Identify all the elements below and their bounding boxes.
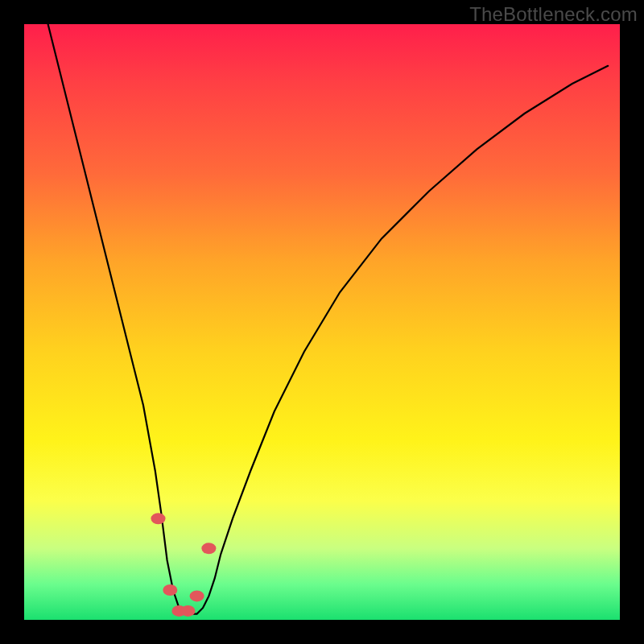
plot-area (24, 24, 620, 620)
highlight-dot (190, 590, 204, 601)
watermark-text: TheBottleneck.com (469, 3, 638, 26)
highlight-dot (151, 513, 166, 524)
highlight-dot (201, 543, 216, 554)
highlight-dot (163, 584, 177, 596)
bottleneck-curve-svg (24, 24, 620, 620)
plot-frame: TheBottleneck.com (0, 0, 644, 644)
bottleneck-curve-path (48, 24, 609, 614)
highlight-dot (181, 605, 196, 617)
